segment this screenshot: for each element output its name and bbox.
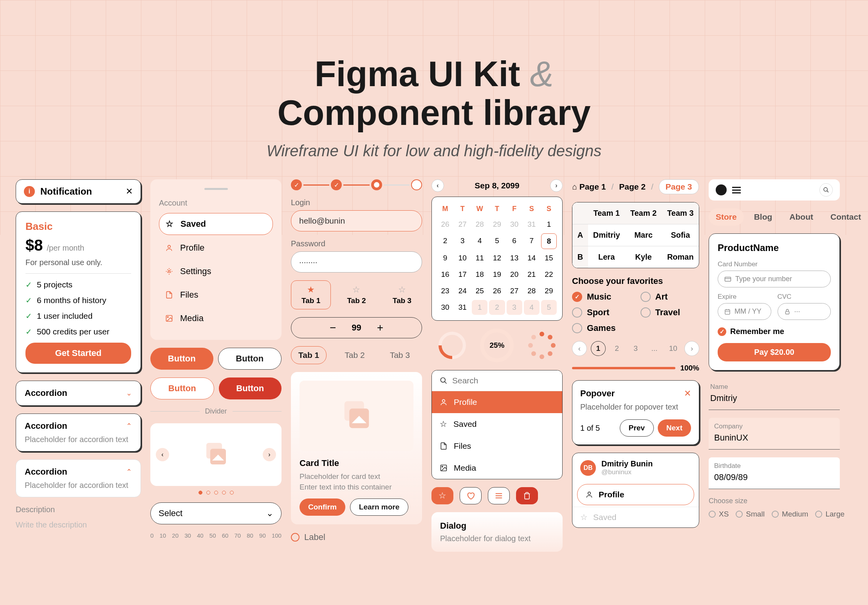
search-input[interactable] (452, 376, 555, 385)
calendar-prev-button[interactable]: ‹ (431, 179, 444, 192)
breadcrumb-item[interactable]: Page 3 (659, 179, 699, 194)
dot-indicator[interactable] (230, 491, 234, 495)
tab-1[interactable]: ★Tab 1 (291, 280, 331, 309)
breadcrumb-item[interactable]: Page 2 (619, 182, 646, 191)
carousel-prev-button[interactable]: ‹ (156, 448, 169, 461)
calendar-day[interactable]: 28 (524, 284, 540, 298)
nav-tab-contact[interactable]: Contact (823, 208, 868, 226)
calendar-day[interactable]: 31 (455, 300, 470, 315)
popover-next-button[interactable]: Next (658, 419, 691, 437)
description-input[interactable]: Write the description (16, 520, 141, 529)
drag-handle[interactable] (204, 188, 228, 190)
dot-indicator[interactable] (214, 491, 218, 495)
calendar-day[interactable]: 7 (524, 233, 540, 249)
tab-2[interactable]: ☆Tab 2 (336, 280, 376, 309)
calendar-day[interactable]: 14 (524, 251, 540, 265)
size-option[interactable]: Small (736, 510, 765, 518)
accordion-expanded[interactable]: Accordion ⌃ Placeholder for accordion te… (16, 414, 141, 451)
user-menu-saved[interactable]: ☆ Saved (572, 507, 699, 527)
calendar-day[interactable]: 24 (455, 284, 470, 298)
remember-checkbox[interactable]: ✓ Remember me (718, 327, 831, 336)
tab-3[interactable]: Tab 3 (383, 347, 417, 364)
pagination-page[interactable]: 2 (610, 341, 624, 356)
sidebar-item-profile[interactable]: Profile (159, 237, 273, 258)
birthdate-field[interactable]: Birthdate 08/09/89 (709, 457, 840, 489)
brand-logo[interactable] (716, 184, 727, 195)
login-input[interactable] (291, 210, 422, 231)
nav-tab-blog[interactable]: Blog (747, 208, 780, 226)
menu-item-files[interactable]: Files (432, 435, 562, 457)
calendar-day[interactable]: 8 (541, 233, 557, 249)
pagination-page[interactable]: 3 (628, 341, 643, 356)
calendar-day[interactable]: 29 (541, 284, 557, 298)
sidebar-item-settings[interactable]: Settings (159, 261, 273, 282)
dot-indicator[interactable] (222, 491, 226, 495)
calendar-day[interactable]: 16 (437, 267, 453, 282)
button-secondary[interactable]: Button (150, 377, 214, 399)
search-button[interactable] (819, 183, 833, 197)
calendar-day[interactable]: 19 (489, 267, 505, 282)
favorite-option[interactable]: ✓Music (572, 292, 631, 302)
calendar-day[interactable]: 15 (541, 251, 557, 265)
favorite-option[interactable]: Travel (641, 307, 700, 318)
calendar-day[interactable]: 11 (472, 251, 487, 265)
calendar-day[interactable]: 23 (437, 284, 453, 298)
nav-tab-store[interactable]: Store (709, 208, 744, 226)
password-input[interactable] (291, 251, 422, 273)
calendar-next-button[interactable]: › (550, 179, 563, 192)
heart-button[interactable] (460, 487, 482, 504)
close-icon[interactable]: ✕ (126, 186, 133, 197)
calendar-day[interactable]: 17 (455, 267, 470, 282)
button-outline[interactable]: Button (218, 348, 282, 370)
accordion-collapsed[interactable]: Accordion ⌄ (16, 381, 141, 406)
increment-button[interactable]: + (377, 321, 383, 334)
expire-input[interactable]: MM / YY (718, 303, 771, 320)
calendar-day[interactable]: 18 (472, 267, 487, 282)
popover-prev-button[interactable]: Prev (620, 419, 654, 437)
size-option[interactable]: Large (815, 510, 845, 518)
accordion-expanded[interactable]: Accordion ⌃ Placeholder for accordion te… (16, 459, 141, 497)
user-menu-profile[interactable]: Profile (577, 484, 694, 505)
carousel-next-button[interactable]: › (263, 448, 276, 461)
menu-item-media[interactable]: Media (432, 457, 562, 479)
calendar-day[interactable]: 3 (455, 233, 470, 249)
dot-indicator[interactable] (199, 491, 202, 495)
button-primary[interactable]: Button (150, 348, 213, 370)
sidebar-item-saved[interactable]: ☆ Saved (159, 213, 273, 235)
tab-1[interactable]: Tab 1 (291, 346, 327, 364)
pagination-page[interactable]: 10 (666, 341, 680, 356)
menu-button[interactable] (488, 487, 510, 504)
size-option[interactable]: XS (709, 510, 729, 518)
calendar-day[interactable]: 22 (541, 267, 557, 282)
calendar-day[interactable]: 27 (507, 284, 522, 298)
dot-indicator[interactable] (206, 491, 210, 495)
calendar-day[interactable]: 6 (507, 233, 522, 249)
select-dropdown[interactable]: Select ⌄ (150, 502, 282, 524)
sidebar-item-files[interactable]: Files (159, 284, 273, 305)
close-icon[interactable]: ✕ (684, 388, 691, 399)
breadcrumb-item[interactable]: ⌂Page 1 (572, 182, 606, 191)
decrement-button[interactable]: − (330, 321, 336, 334)
calendar-day[interactable]: 1 (541, 217, 557, 232)
star-button[interactable]: ☆ (431, 487, 453, 504)
name-field[interactable]: Name Dmitriy (709, 378, 840, 410)
menu-item-profile[interactable]: Profile (432, 391, 562, 413)
pagination-next[interactable]: › (684, 341, 699, 356)
calendar-day[interactable]: 13 (507, 251, 522, 265)
confirm-button[interactable]: Confirm (300, 498, 345, 516)
calendar-day[interactable]: 26 (489, 284, 505, 298)
calendar-day[interactable]: 30 (437, 300, 453, 315)
delete-button[interactable] (516, 487, 538, 504)
learn-more-button[interactable]: Learn more (350, 498, 408, 516)
calendar-day[interactable]: 10 (455, 251, 470, 265)
calendar-day[interactable]: 5 (489, 233, 505, 249)
favorite-option[interactable]: Sport (572, 307, 631, 318)
button-danger[interactable]: Button (219, 377, 282, 399)
calendar-day[interactable]: 4 (472, 233, 487, 249)
favorite-option[interactable]: Art (641, 292, 700, 302)
tab-2[interactable]: Tab 2 (337, 347, 372, 364)
nav-tab-about[interactable]: About (782, 208, 820, 226)
pagination-page[interactable]: 1 (591, 341, 606, 356)
pagination-prev[interactable]: ‹ (572, 341, 587, 356)
favorite-option[interactable]: Games (572, 323, 631, 333)
